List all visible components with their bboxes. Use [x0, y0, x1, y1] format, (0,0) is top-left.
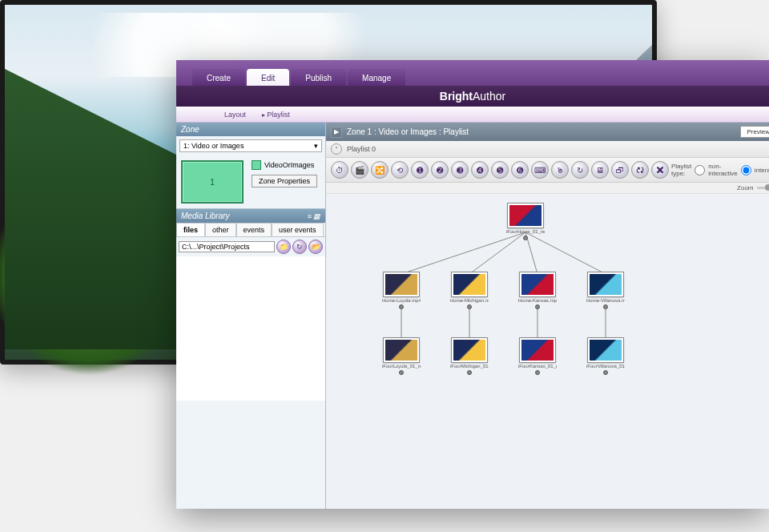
zone-canvas-area: 1 VideoOrImages Zone Properties [176, 155, 325, 208]
node-label: Home-Villanova.mp4 [586, 298, 625, 303]
path-input[interactable] [179, 241, 275, 252]
zone-selector-label: 1: Video or Images [183, 142, 244, 150]
media-library-title: Media Library [181, 212, 230, 220]
top-tab-strip: CreateEditPublishManage [176, 60, 769, 86]
subnav-playlist[interactable]: Playlist [262, 111, 290, 119]
node-label: Home-Kansas.mp4 [518, 298, 557, 303]
zone-selector[interactable]: 1: Video or Images ▾ [179, 139, 322, 152]
tool-15[interactable]: 🗘 [631, 161, 649, 179]
subnav-layout[interactable]: Layout [224, 111, 246, 119]
zone-canvas[interactable]: 1 [181, 160, 244, 204]
media-tab-events[interactable]: events [236, 223, 272, 236]
main-area: Zone 1: Video or Images ▾ 1 VideoOrImage… [176, 123, 769, 509]
list-view-icon[interactable]: ≡ [308, 212, 312, 220]
tool-6[interactable]: ➌ [451, 161, 469, 179]
node-thumbnail [588, 338, 623, 362]
radio-interactive-label: interactive [755, 167, 769, 174]
playlist-node[interactable]: iFourLoyola_01_record [382, 338, 421, 369]
tool-12[interactable]: ↻ [571, 161, 589, 179]
preview-dropdown[interactable]: Preview (Half) [740, 126, 769, 138]
tab-create[interactable]: Create [192, 69, 245, 86]
path-row: 📁↻📂 [176, 237, 325, 256]
open-icon[interactable]: 📂 [308, 240, 323, 254]
node-connector-icon[interactable] [535, 370, 540, 375]
playlist-type-controls: Playlist type: non-interactive interacti… [671, 163, 769, 177]
node-connector-icon[interactable] [523, 236, 528, 240]
playlist-node[interactable]: Home-Kansas.mp4 [518, 272, 557, 303]
zoom-slider[interactable] [757, 187, 769, 189]
node-label: iFourVillanova_01_record [586, 364, 625, 369]
playlist-node[interactable]: Home-Loyola.mp4 [382, 272, 421, 303]
tool-8[interactable]: ➎ [491, 161, 509, 179]
tool-13[interactable]: 🖥 [591, 161, 609, 179]
zone-properties-button[interactable]: Zone Properties [252, 175, 317, 187]
collapse-icon[interactable]: ˄ [331, 143, 342, 155]
node-label: iFourKansas_01_record [518, 364, 557, 369]
playlist-canvas[interactable]: iFourHome_01_recordsHome-Loyola.mp4Home-… [326, 194, 769, 509]
playlist-node[interactable]: iFourHome_01_records [506, 204, 545, 234]
dropdown-icon: ▾ [314, 142, 318, 150]
node-label: iFourLoyola_01_record [382, 364, 421, 369]
preview-play-icon[interactable]: ▶ [331, 127, 342, 138]
playlist-node[interactable]: iFourVillanova_01_record [586, 338, 625, 369]
svg-line-1 [469, 232, 525, 274]
tool-7[interactable]: ➍ [471, 161, 489, 179]
node-connector-icon[interactable] [535, 304, 540, 309]
right-pane: ▶ Zone 1 : Video or Images : Playlist Pr… [326, 123, 769, 509]
zone-legend: VideoOrImages [252, 160, 317, 170]
grid-view-icon[interactable]: ▦ [313, 212, 320, 220]
node-connector-icon[interactable] [467, 304, 472, 309]
media-tab-other[interactable]: other [205, 223, 236, 236]
browse-icon[interactable]: 📁 [276, 240, 291, 254]
playlist-node[interactable]: iFourMichigan_01_record [450, 338, 489, 369]
node-connector-icon[interactable] [399, 370, 404, 375]
tab-manage[interactable]: Manage [348, 69, 405, 86]
tool-9[interactable]: ➏ [511, 161, 529, 179]
playlist-name-bar: ˄ Playlist 0 [326, 141, 769, 158]
media-tab-user-events[interactable]: user events [272, 223, 324, 236]
node-thumbnail [452, 338, 487, 362]
media-tabs: filesothereventsuser events [176, 223, 325, 237]
tab-publish[interactable]: Publish [291, 69, 346, 86]
playlist-node[interactable]: iFourKansas_01_record [518, 338, 557, 369]
media-file-list[interactable] [176, 256, 325, 401]
zone-type-label: VideoOrImages [264, 161, 314, 169]
node-connector-icon[interactable] [603, 304, 608, 309]
svg-line-0 [401, 232, 525, 274]
node-thumbnail [384, 338, 419, 362]
tool-3[interactable]: ⟲ [391, 161, 409, 179]
playlist-node[interactable]: Home-Villanova.mp4 [586, 272, 625, 303]
media-tab-files[interactable]: files [176, 223, 205, 236]
tool-5[interactable]: ➋ [431, 161, 449, 179]
node-connector-icon[interactable] [467, 370, 472, 375]
playlist-toolbar: ⏱🎬🔀⟲➊➋➌➍➎➏⌨🖱↻🖥🗗🗘🗙 Playlist type: non-int… [326, 158, 769, 183]
tool-1[interactable]: 🎬 [351, 161, 368, 179]
node-thumbnail [588, 272, 623, 296]
node-thumbnail [508, 204, 543, 228]
tool-2[interactable]: 🔀 [371, 161, 389, 179]
app-window: CreateEditPublishManage BrightAuthor Lay… [176, 60, 769, 509]
radio-interactive[interactable] [741, 165, 751, 175]
tool-0[interactable]: ⏱ [331, 161, 348, 179]
playlist-zone-header: ▶ Zone 1 : Video or Images : Playlist Pr… [326, 123, 769, 141]
node-thumbnail [384, 272, 419, 296]
tool-11[interactable]: 🖱 [551, 161, 569, 179]
node-label: Home-Michigan.mp4 [450, 298, 489, 303]
refresh-icon[interactable]: ↻ [292, 240, 307, 254]
radio-noninteractive[interactable] [695, 165, 705, 175]
svg-line-3 [525, 232, 606, 274]
node-connector-icon[interactable] [399, 304, 404, 309]
playlist-node[interactable]: Home-Michigan.mp4 [450, 272, 489, 303]
tab-edit[interactable]: Edit [247, 69, 289, 86]
node-connector-icon[interactable] [603, 370, 608, 375]
tool-16[interactable]: 🗙 [651, 161, 669, 179]
playlist-name: Playlist 0 [347, 145, 376, 153]
playlist-type-label: Playlist type: [671, 163, 691, 177]
playlist-zone-title: Zone 1 : Video or Images : Playlist [347, 127, 469, 136]
tool-14[interactable]: 🗗 [611, 161, 629, 179]
node-label: iFourMichigan_01_record [450, 364, 489, 369]
tool-4[interactable]: ➊ [411, 161, 429, 179]
zoom-row: Zoom [326, 183, 769, 194]
sub-nav: Layout Playlist [176, 107, 769, 123]
tool-10[interactable]: ⌨ [531, 161, 549, 179]
